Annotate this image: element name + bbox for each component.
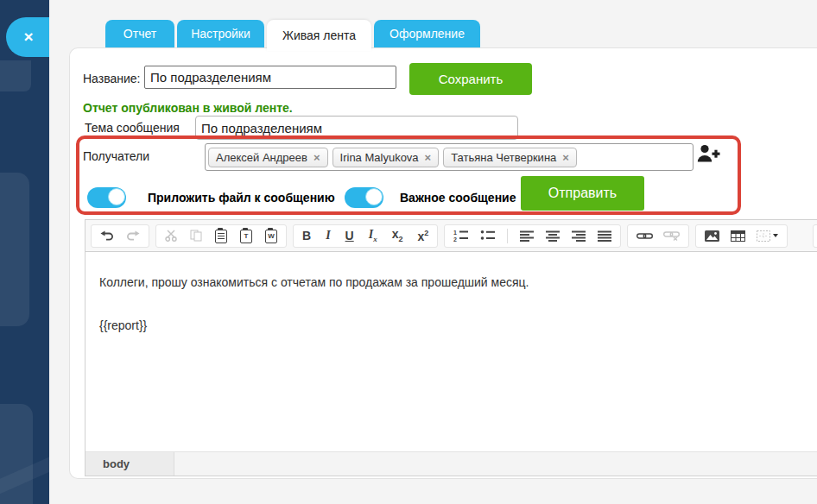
- message-line: Коллеги, прошу ознакомиться с отчетам по…: [99, 275, 805, 289]
- toolbar-group-format: B I U Ix x2 x2: [293, 224, 438, 248]
- tab-report[interactable]: Отчет: [105, 20, 174, 47]
- name-label: Название:: [83, 72, 140, 85]
- tab-settings[interactable]: Настройки: [177, 20, 264, 47]
- editor-toolbar: T W B I U Ix x2 x2 12: [86, 220, 817, 252]
- attach-file-label: Приложить файл к сообщению: [148, 191, 335, 205]
- remove-recipient-icon[interactable]: ×: [562, 151, 569, 164]
- redo-icon[interactable]: [125, 230, 140, 242]
- remove-format-icon[interactable]: Ix: [369, 229, 377, 243]
- sidebar-decor: [0, 60, 31, 91]
- unlink-icon[interactable]: [663, 230, 680, 241]
- published-status-message: Отчет опубликован в живой ленте.: [83, 101, 293, 115]
- svg-text:2: 2: [453, 236, 457, 243]
- recipients-input[interactable]: Алексей Андреев × Irina Malyukova × Тать…: [205, 143, 694, 171]
- insert-table-icon[interactable]: [731, 230, 745, 242]
- toggle-knob: [365, 188, 383, 205]
- show-blocks-icon[interactable]: [757, 230, 778, 242]
- recipient-tag: Irina Malyukova ×: [332, 148, 440, 167]
- copy-icon[interactable]: [190, 230, 202, 242]
- align-left-icon[interactable]: [520, 230, 534, 242]
- attach-file-toggle[interactable]: [87, 187, 126, 208]
- align-center-icon[interactable]: [546, 230, 560, 242]
- paste-plain-text-icon[interactable]: T: [240, 228, 252, 243]
- toolbar-group-extra: [813, 224, 817, 248]
- subscript-icon[interactable]: x2: [392, 228, 403, 243]
- tab-appearance[interactable]: Оформление: [374, 20, 480, 47]
- toolbar-separator: [507, 229, 508, 243]
- important-message-toggle[interactable]: [345, 187, 383, 208]
- italic-icon[interactable]: I: [326, 230, 330, 242]
- dropdown-caret-icon: [773, 234, 778, 237]
- paste-icon[interactable]: [215, 228, 227, 243]
- close-panel-button[interactable]: ×: [6, 17, 49, 57]
- save-button[interactable]: Сохранить: [409, 63, 532, 95]
- numbered-list-icon[interactable]: 12: [453, 230, 468, 242]
- align-right-icon[interactable]: [572, 230, 586, 242]
- report-name-input[interactable]: [144, 66, 396, 89]
- sidebar-decor: [0, 173, 29, 326]
- tab-live-feed[interactable]: Живая лента: [267, 20, 371, 51]
- toggle-knob: [108, 188, 125, 205]
- remove-recipient-icon[interactable]: ×: [314, 151, 320, 164]
- add-user-icon[interactable]: [697, 144, 721, 165]
- toolbar-group-paragraph: 12: [444, 224, 621, 248]
- message-subject-input[interactable]: [195, 116, 518, 140]
- undo-icon[interactable]: [100, 230, 115, 242]
- paste-from-word-icon[interactable]: W: [265, 228, 277, 243]
- recipients-label: Получатели: [83, 149, 149, 163]
- send-button[interactable]: Отправить: [521, 176, 644, 211]
- close-icon: ×: [23, 28, 33, 47]
- svg-text:1: 1: [453, 230, 457, 236]
- recipient-tag: Татьяна Четверкина ×: [443, 148, 577, 167]
- live-feed-panel: Название: Сохранить Отчет опубликован в …: [69, 47, 817, 479]
- subject-label: Тема сообщения: [85, 121, 180, 135]
- rich-text-editor: T W B I U Ix x2 x2 12: [85, 219, 817, 476]
- cut-icon[interactable]: [165, 230, 177, 242]
- superscript-icon[interactable]: x2: [417, 230, 428, 243]
- underline-icon[interactable]: U: [345, 230, 354, 242]
- recipient-name: Irina Malyukova: [340, 151, 419, 164]
- link-icon[interactable]: [636, 231, 653, 241]
- message-body-editor[interactable]: Коллеги, прошу ознакомиться с отчетам по…: [86, 252, 817, 451]
- toolbar-group-links: [627, 224, 689, 248]
- path-body-element[interactable]: body: [86, 452, 174, 476]
- toolbar-group-history: [91, 224, 149, 248]
- remove-recipient-icon[interactable]: ×: [425, 151, 432, 164]
- toolbar-group-clipboard: T W: [155, 224, 287, 248]
- bold-icon[interactable]: B: [302, 230, 311, 242]
- report-placeholder: {{report}}: [99, 318, 805, 332]
- recipient-tag: Алексей Андреев ×: [208, 148, 328, 167]
- recipient-name: Алексей Андреев: [216, 151, 307, 164]
- left-sidebar: [0, 0, 49, 504]
- bulleted-list-icon[interactable]: [480, 230, 495, 242]
- justify-icon[interactable]: [598, 230, 611, 242]
- important-message-label: Важное сообщение: [400, 191, 516, 205]
- app-window: × Отчет Настройки Живая лента Оформление…: [0, 0, 817, 504]
- insert-image-icon[interactable]: [705, 230, 719, 242]
- editor-elements-path: body: [86, 451, 817, 476]
- recipient-name: Татьяна Четверкина: [451, 151, 556, 164]
- toolbar-group-insert: [695, 224, 788, 248]
